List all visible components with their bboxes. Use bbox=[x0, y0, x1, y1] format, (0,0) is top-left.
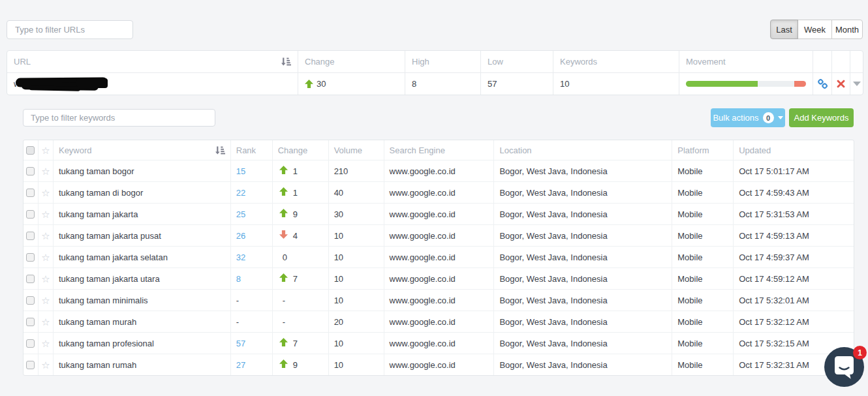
row-checkbox[interactable] bbox=[26, 275, 35, 283]
keyword-cell: tukang taman jakarta utara bbox=[54, 268, 231, 289]
row-checkbox[interactable] bbox=[26, 232, 35, 240]
favorite-star-icon[interactable]: ☆ bbox=[41, 274, 50, 284]
favorite-star-icon[interactable]: ☆ bbox=[41, 339, 50, 348]
arrow-up-icon bbox=[279, 338, 288, 348]
favorite-star-icon[interactable]: ☆ bbox=[41, 231, 50, 241]
star-icon: ☆ bbox=[41, 145, 50, 155]
favorite-star-icon[interactable]: ☆ bbox=[41, 209, 50, 219]
favorite-star-icon[interactable]: ☆ bbox=[41, 188, 50, 198]
movement-column-header[interactable]: Movement bbox=[679, 51, 813, 72]
change-column-header[interactable]: Change bbox=[273, 140, 329, 160]
rank-cell: 15 bbox=[231, 160, 273, 181]
expand-column-header bbox=[850, 51, 863, 72]
updated-cell: Oct 17 4:59:37 AM bbox=[734, 247, 854, 267]
url-cell[interactable]: w bbox=[7, 73, 298, 95]
search-engine-column-header[interactable]: Search Engine bbox=[384, 140, 495, 160]
url-filter-input[interactable] bbox=[7, 20, 133, 39]
high-column-header[interactable]: High bbox=[405, 51, 481, 72]
location-cell: Bogor, West Java, Indonesia bbox=[494, 333, 672, 354]
platform-cell: Mobile bbox=[672, 354, 734, 375]
location-cell: Bogor, West Java, Indonesia bbox=[494, 204, 672, 224]
rank-column-header[interactable]: Rank bbox=[231, 140, 273, 160]
sort-amount-icon[interactable] bbox=[281, 57, 291, 66]
row-checkbox[interactable] bbox=[26, 318, 35, 326]
updated-cell: Oct 17 5:32:12 AM bbox=[734, 311, 854, 332]
url-column-label: URL bbox=[14, 57, 31, 67]
movement-bar-up-segment bbox=[686, 81, 758, 87]
row-checkbox[interactable] bbox=[26, 253, 35, 262]
rank-link[interactable]: 25 bbox=[236, 209, 245, 219]
row-checkbox-cell bbox=[23, 204, 39, 224]
volume-column-header[interactable]: Volume bbox=[329, 140, 384, 160]
period-button-month[interactable]: Month bbox=[831, 20, 863, 39]
favorite-star-icon[interactable]: ☆ bbox=[41, 317, 50, 327]
updated-cell: Oct 17 4:59:43 AM bbox=[734, 182, 854, 203]
rank-link[interactable]: 27 bbox=[236, 360, 245, 370]
change-cell: 4 bbox=[273, 225, 329, 246]
row-checkbox[interactable] bbox=[26, 167, 35, 175]
keywords-column-header[interactable]: Keywords bbox=[553, 51, 679, 72]
select-all-checkbox[interactable] bbox=[26, 146, 35, 155]
platform-cell: Mobile bbox=[672, 333, 734, 354]
add-keywords-label: Add Keywords bbox=[794, 113, 849, 123]
updated-cell: Oct 17 4:59:13 AM bbox=[734, 225, 854, 246]
rank-link[interactable]: 26 bbox=[236, 231, 245, 241]
period-button-last[interactable]: Last bbox=[770, 20, 798, 39]
rank-link[interactable]: 57 bbox=[236, 339, 245, 348]
rank-cell: 26 bbox=[231, 225, 273, 246]
row-checkbox[interactable] bbox=[26, 210, 35, 219]
url-column-header[interactable]: URL bbox=[7, 51, 298, 72]
location-column-header[interactable]: Location bbox=[494, 140, 672, 160]
platform-column-header[interactable]: Platform bbox=[672, 140, 734, 160]
change-column-header[interactable]: Change bbox=[298, 51, 405, 72]
sort-amount-icon[interactable] bbox=[215, 146, 225, 155]
keyword-column-header[interactable]: Keyword bbox=[54, 140, 231, 160]
row-star-cell: ☆ bbox=[39, 225, 54, 246]
keyword-cell: tukang taman di bogor bbox=[54, 182, 231, 203]
favorite-star-icon[interactable]: ☆ bbox=[41, 296, 50, 305]
favorite-star-icon[interactable]: ☆ bbox=[41, 166, 50, 176]
change-cell: 1 bbox=[273, 182, 329, 203]
rank-link[interactable]: 22 bbox=[236, 188, 245, 198]
bulk-actions-label: Bulk actions bbox=[713, 113, 758, 123]
movement-bar bbox=[686, 81, 806, 87]
remove-url-icon[interactable] bbox=[837, 80, 845, 88]
platform-cell: Mobile bbox=[672, 290, 734, 311]
favorite-star-icon[interactable]: ☆ bbox=[41, 252, 50, 262]
rank-link[interactable]: 8 bbox=[236, 274, 241, 284]
row-checkbox-cell bbox=[23, 333, 39, 354]
dropdown-caret-icon bbox=[778, 116, 783, 119]
bulk-actions-button[interactable]: Bulk actions 0 bbox=[711, 108, 785, 127]
row-star-cell: ☆ bbox=[39, 182, 54, 203]
row-checkbox[interactable] bbox=[26, 339, 35, 348]
search-engine-cell: www.google.co.id bbox=[384, 247, 495, 267]
location-cell: Bogor, West Java, Indonesia bbox=[494, 290, 672, 311]
chevron-down-icon[interactable] bbox=[853, 82, 861, 86]
keyword-table-row: ☆ tukang taman di bogor 22 1 40 www.goog… bbox=[23, 181, 854, 203]
favorite-star-icon[interactable]: ☆ bbox=[41, 360, 50, 370]
add-keywords-button[interactable]: Add Keywords bbox=[789, 108, 854, 127]
platform-cell: Mobile bbox=[672, 160, 734, 181]
keyword-table-row: ☆ tukang taman murah - - 20 www.google.c… bbox=[23, 311, 854, 332]
rank-link[interactable]: 15 bbox=[236, 166, 245, 176]
url-change-cell: 30 bbox=[298, 73, 405, 95]
bulk-actions-count-badge: 0 bbox=[763, 112, 774, 123]
row-checkbox-cell bbox=[23, 290, 39, 311]
rank-link[interactable]: 32 bbox=[236, 252, 245, 262]
chat-unread-badge[interactable]: 1 bbox=[853, 346, 867, 359]
updated-column-header[interactable]: Updated bbox=[734, 140, 854, 160]
low-column-header[interactable]: Low bbox=[481, 51, 553, 72]
link-icon[interactable] bbox=[817, 78, 828, 89]
keyword-filter-input[interactable] bbox=[23, 109, 215, 127]
row-checkbox[interactable] bbox=[26, 189, 35, 197]
period-button-week[interactable]: Week bbox=[798, 20, 832, 39]
url-high-cell: 8 bbox=[405, 73, 481, 95]
row-star-cell: ☆ bbox=[39, 160, 54, 181]
row-checkbox[interactable] bbox=[26, 296, 35, 305]
row-checkbox[interactable] bbox=[26, 361, 35, 369]
url-expand-cell bbox=[850, 73, 863, 95]
keyword-cell: tukang taman jakarta bbox=[54, 204, 231, 224]
updated-cell: Oct 17 5:01:17 AM bbox=[734, 160, 854, 181]
platform-cell: Mobile bbox=[672, 247, 734, 267]
search-engine-cell: www.google.co.id bbox=[384, 311, 495, 332]
